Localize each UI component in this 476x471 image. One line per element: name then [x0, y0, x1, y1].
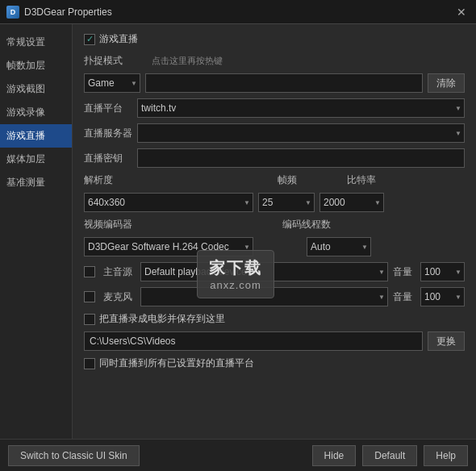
bitrate-label: 比特率 — [347, 173, 376, 187]
sidebar-item-benchmark[interactable]: 基准测量 — [0, 171, 72, 194]
save-path-row: 更换 — [84, 331, 465, 351]
content-wrapper: 游戏直播 扑捉模式 点击这里再按热键 Game 清除 直播平台 — [84, 32, 465, 370]
streaming-enable-checkbox[interactable] — [84, 34, 95, 45]
game-mode-select[interactable]: Game — [84, 73, 140, 93]
close-button[interactable]: ✕ — [453, 4, 470, 20]
platform-row: 直播平台 twitch.tv — [84, 98, 465, 118]
save-movie-checkbox[interactable] — [84, 314, 95, 325]
mic-select[interactable] — [140, 287, 388, 306]
threads-select-wrapper: Auto — [307, 237, 371, 256]
mic-checkbox[interactable] — [84, 291, 95, 302]
mic-label: 麦克风 — [103, 290, 136, 304]
audio-source-select[interactable]: Default playback device — [140, 262, 388, 281]
video-encoder-label: 视频编码器 — [84, 218, 269, 231]
sidebar-item-screenshot[interactable]: 游戏截图 — [0, 77, 72, 101]
mic-volume-select-wrapper: 100 — [420, 287, 465, 306]
push-mode-row: 扑捉模式 点击这里再按热键 — [84, 54, 465, 68]
sync-label: 同时直播到所有已设置好的直播平台 — [99, 356, 254, 370]
app-icon: D — [6, 6, 19, 19]
section-title: 游戏直播 — [99, 32, 138, 46]
bitrate-select-wrapper: 2000 — [319, 193, 384, 212]
sync-checkbox-label[interactable]: 同时直播到所有已设置好的直播平台 — [84, 356, 254, 370]
main-content: 常规设置 帧数加层 游戏截图 游戏录像 游戏直播 媒体加层 基准测量 游戏直播 … — [0, 24, 476, 439]
encoder-header-row: 视频编码器 编码线程数 — [84, 218, 465, 231]
threads-select[interactable]: Auto — [307, 237, 371, 256]
sidebar-item-frames[interactable]: 帧数加层 — [0, 54, 72, 77]
audio-source-select-wrapper: Default playback device — [140, 262, 388, 281]
content-area: 游戏直播 扑捉模式 点击这里再按热键 Game 清除 直播平台 — [73, 24, 476, 439]
mic-row: 麦克风 音量 100 — [84, 287, 465, 306]
encoder-select-wrapper: D3DGear Software H.264 Codec — [84, 237, 253, 256]
platform-select[interactable]: twitch.tv — [137, 98, 465, 118]
fps-select[interactable]: 25 — [258, 193, 315, 212]
default-button[interactable]: Default — [362, 445, 417, 466]
mic-volume-select[interactable]: 100 — [420, 287, 465, 306]
resolution-select-wrapper: 640x360 — [84, 193, 253, 212]
resolution-label: 解析度 — [84, 173, 269, 187]
audio-source-checkbox[interactable] — [84, 266, 95, 277]
window-title: D3DGear Properties — [24, 6, 453, 18]
fps-select-wrapper: 25 — [258, 193, 315, 212]
mic-volume-label: 音量 — [393, 290, 415, 304]
hotkey-hint: 点击这里再按热键 — [152, 55, 223, 67]
key-label: 直播密钥 — [84, 152, 132, 165]
server-select[interactable] — [137, 123, 465, 143]
sync-checkbox[interactable] — [84, 358, 95, 369]
mic-select-wrapper — [140, 287, 388, 306]
sidebar-item-media[interactable]: 媒体加层 — [0, 148, 72, 171]
bitrate-select[interactable]: 2000 — [319, 193, 384, 212]
sidebar-item-recording[interactable]: 游戏录像 — [0, 101, 72, 124]
platform-label: 直播平台 — [84, 102, 132, 115]
res-fps-bitrate-row: 640x360 25 2000 — [84, 193, 465, 212]
key-input[interactable] — [137, 148, 465, 168]
encoder-select[interactable]: D3DGear Software H.264 Codec — [84, 237, 253, 256]
streaming-enable-checkbox-label[interactable]: 游戏直播 — [84, 32, 138, 46]
encoder-row: D3DGear Software H.264 Codec Auto — [84, 237, 465, 256]
game-mode-select-wrapper: Game — [84, 73, 140, 93]
section-header: 游戏直播 — [84, 32, 465, 46]
res-fps-bitrate-header: 解析度 帧频 比特率 — [84, 173, 465, 187]
bottom-bar: Switch to Classic UI Skin Hide Default H… — [0, 439, 476, 471]
audio-source-row: 主音源 Default playback device 音量 100 — [84, 262, 465, 281]
server-select-wrapper — [137, 123, 465, 143]
save-movie-label: 把直播录成电影并保存到这里 — [99, 312, 225, 326]
audio-source-label: 主音源 — [103, 265, 136, 279]
save-path-input[interactable] — [84, 331, 423, 351]
fps-label: 帧频 — [278, 173, 342, 187]
clear-button[interactable]: 清除 — [428, 73, 465, 93]
audio-volume-select-wrapper: 100 — [420, 262, 465, 281]
audio-volume-select[interactable]: 100 — [420, 262, 465, 281]
platform-select-wrapper: twitch.tv — [137, 98, 465, 118]
sidebar-item-general[interactable]: 常规设置 — [0, 31, 72, 54]
server-label: 直播服务器 — [84, 127, 132, 140]
push-mode-label: 扑捉模式 — [84, 54, 123, 68]
resolution-select[interactable]: 640x360 — [84, 193, 253, 212]
audio-source-checkbox-label[interactable] — [84, 266, 98, 277]
hotkey-field[interactable] — [145, 73, 423, 93]
encoder-threads-label: 编码线程数 — [282, 218, 331, 231]
game-hotkey-row: Game 清除 — [84, 73, 465, 93]
classic-ui-button[interactable]: Switch to Classic UI Skin — [8, 445, 140, 466]
key-row: 直播密钥 — [84, 148, 465, 168]
sidebar: 常规设置 帧数加层 游戏截图 游戏录像 游戏直播 媒体加层 基准测量 — [0, 24, 73, 439]
hide-button[interactable]: Hide — [312, 445, 357, 466]
help-button[interactable]: Help — [424, 445, 468, 466]
mic-checkbox-label[interactable] — [84, 291, 98, 302]
audio-volume-label: 音量 — [393, 265, 415, 279]
change-path-button[interactable]: 更换 — [428, 331, 465, 351]
save-movie-checkbox-label[interactable]: 把直播录成电影并保存到这里 — [84, 312, 225, 326]
server-row: 直播服务器 — [84, 123, 465, 143]
title-bar: D D3DGear Properties ✕ — [0, 0, 476, 24]
sync-row: 同时直播到所有已设置好的直播平台 — [84, 356, 465, 370]
sidebar-item-streaming[interactable]: 游戏直播 — [0, 124, 72, 148]
save-movie-row: 把直播录成电影并保存到这里 — [84, 312, 465, 326]
